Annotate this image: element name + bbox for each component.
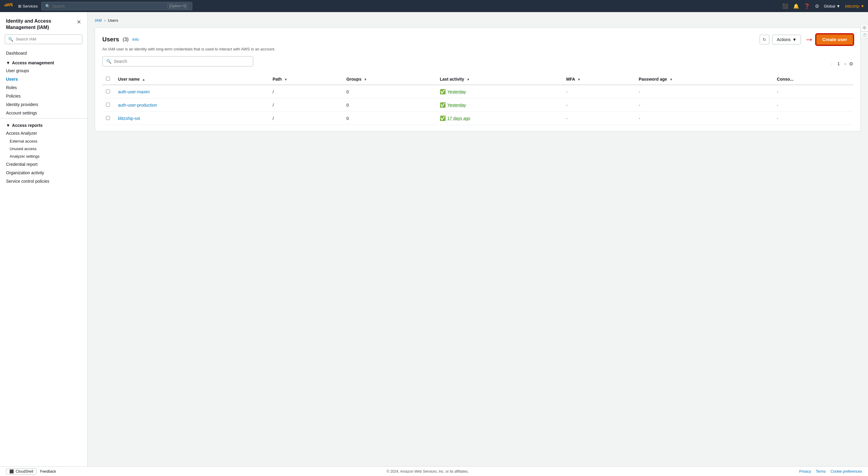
create-user-label: Create user (822, 37, 847, 42)
row-path-2: / (269, 112, 343, 125)
bell-icon[interactable]: 🔔 (793, 3, 799, 9)
row-activity-1: ✅Yesterday (436, 98, 563, 112)
table-row: auth-user-production / 0 ✅Yesterday - - … (102, 98, 853, 112)
row-groups-2: 0 (343, 112, 436, 125)
sidebar-section-access-management[interactable]: ▼ Access management (0, 57, 87, 66)
col-mfa[interactable]: MFA ▼ (563, 74, 635, 85)
col-password-age-label: Password age (639, 77, 667, 82)
region-selector[interactable]: Global ▼ (824, 4, 840, 8)
region-chevron: ▼ (836, 4, 840, 8)
user-link-2[interactable]: blitzship-sst (118, 116, 140, 121)
region-label: Global (824, 4, 835, 8)
sidebar-item-label: Unused access (10, 147, 36, 151)
sidebar-item-organization-activity[interactable]: Organization activity (0, 169, 87, 177)
sidebar-item-label: Roles (6, 85, 17, 90)
sort-filter-icon: ▼ (284, 78, 287, 81)
actions-chevron: ▼ (793, 37, 797, 42)
help-icon[interactable]: ❓ (804, 3, 810, 9)
sidebar-item-account-settings[interactable]: Account settings (0, 109, 87, 117)
sidebar-item-label: Users (6, 77, 18, 82)
sidebar-item-service-control-policies[interactable]: Service control policies (0, 177, 87, 185)
sidebar-title: Identity and Access Management (IAM) (6, 18, 77, 31)
col-password-age[interactable]: Password age ▼ (635, 74, 773, 85)
row-password-age-0: - (635, 85, 773, 98)
breadcrumb-separator: › (104, 18, 105, 23)
table-row: auth-user-maxim / 0 ✅Yesterday - - - (102, 85, 853, 98)
sidebar-search-box[interactable]: 🔍 (5, 34, 83, 44)
sidebar-item-label: Policies (6, 94, 21, 98)
red-arrow-icon: → (804, 34, 814, 45)
row-groups-0: 0 (343, 85, 436, 98)
sidebar-item-identity-providers[interactable]: Identity providers (0, 100, 87, 109)
pagination: ‹ 1 › ⚙ (829, 61, 853, 67)
sidebar-close-button[interactable]: ✕ (77, 19, 81, 25)
section-label: Access reports (12, 123, 42, 128)
sort-filter-icon: ▼ (364, 78, 367, 81)
user-link-1[interactable]: auth-user-production (118, 103, 157, 108)
sidebar-item-dashboard[interactable]: Dashboard (0, 49, 87, 57)
sidebar-search-input[interactable] (16, 37, 79, 41)
table-search-box[interactable]: 🔍 (102, 56, 253, 66)
sidebar-item-unused-access[interactable]: Unused access (0, 145, 87, 152)
page-number: 1 (836, 61, 842, 66)
arrow-indicator: → (804, 34, 813, 45)
sidebar-item-user-groups[interactable]: User groups (0, 66, 87, 75)
table-row: blitzship-sst / 0 ✅17 days ago - - - (102, 112, 853, 125)
sidebar-item-label: Credential report (6, 162, 37, 167)
row-checkbox-0[interactable] (106, 89, 110, 93)
next-page-button[interactable]: › (843, 61, 848, 67)
main-content: IAM › Users Users (3) Info ↻ Actions ▼ (88, 12, 868, 466)
section-label: Access management (12, 60, 54, 65)
row-checkbox-2[interactable] (106, 116, 110, 120)
aws-logo[interactable] (4, 2, 14, 10)
row-groups-1: 0 (343, 98, 436, 112)
edge-icon-2[interactable]: 🕐 (861, 31, 868, 39)
refresh-button[interactable]: ↻ (760, 35, 769, 44)
sidebar-item-users[interactable]: Users (0, 75, 87, 83)
sidebar-item-label: External access (10, 139, 37, 144)
sidebar-item-external-access[interactable]: External access (0, 138, 87, 145)
table-search-input[interactable] (114, 59, 249, 64)
sidebar-item-analyzer-settings[interactable]: Analyzer settings (0, 152, 87, 160)
services-menu[interactable]: ⊞ Services (18, 4, 38, 8)
edge-icon-1[interactable]: ⓪ (861, 24, 868, 31)
select-all-checkbox[interactable] (106, 77, 110, 81)
row-activity-2: ✅17 days ago (436, 112, 563, 125)
prev-page-button[interactable]: ‹ (829, 61, 835, 67)
sidebar-section-access-reports[interactable]: ▼ Access reports (0, 120, 87, 129)
search-icon: 🔍 (45, 4, 50, 8)
sidebar-navigation: Dashboard ▼ Access management User group… (0, 49, 87, 191)
settings-icon[interactable]: ⚙ (815, 3, 819, 9)
col-groups[interactable]: Groups ▼ (343, 74, 436, 85)
create-user-button[interactable]: Create user (816, 34, 853, 45)
col-username[interactable]: User name ▲ (114, 74, 269, 85)
info-link[interactable]: Info (132, 37, 139, 42)
breadcrumb: IAM › Users (95, 18, 861, 23)
sidebar-item-credential-report[interactable]: Credential report (0, 160, 87, 169)
breadcrumb-current: Users (108, 18, 118, 23)
table-settings-button[interactable]: ⚙ (849, 61, 853, 67)
row-path-1: / (269, 98, 343, 112)
account-menu[interactable]: blitzship ▼ (845, 4, 864, 8)
grid-icon: ⊞ (18, 4, 22, 8)
row-checkbox-1[interactable] (106, 103, 110, 107)
row-console-2: - (773, 112, 853, 125)
breadcrumb-iam[interactable]: IAM (95, 18, 102, 23)
global-search[interactable]: 🔍 [Option+S] (41, 2, 192, 10)
sidebar-item-roles[interactable]: Roles (0, 83, 87, 92)
sort-asc-icon: ▲ (142, 78, 145, 81)
col-path-label: Path (273, 77, 282, 82)
account-chevron: ▼ (861, 4, 864, 8)
global-search-input[interactable] (53, 4, 165, 8)
sidebar-item-policies[interactable]: Policies (0, 92, 87, 100)
sidebar-item-access-analyzer[interactable]: Access Analyzer (0, 129, 87, 138)
col-username-label: User name (118, 77, 140, 82)
col-last-activity[interactable]: Last activity ▼ (436, 74, 563, 85)
row-console-1: - (773, 98, 853, 112)
top-navigation: ⊞ Services 🔍 [Option+S] ⬛ 🔔 ❓ ⚙ Global ▼… (0, 0, 868, 12)
user-link-0[interactable]: auth-user-maxim (118, 89, 150, 94)
actions-button[interactable]: Actions ▼ (772, 35, 801, 44)
terminal-icon[interactable]: ⬛ (782, 3, 788, 9)
col-console-label: Conso... (777, 77, 794, 82)
col-path[interactable]: Path ▼ (269, 74, 343, 85)
